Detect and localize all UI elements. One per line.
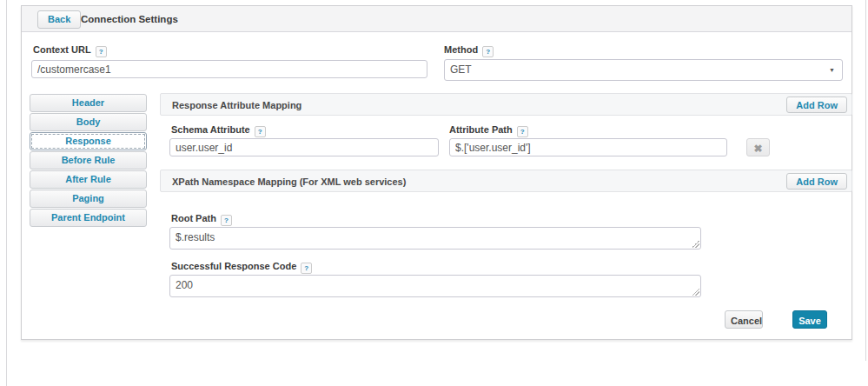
attribute-path-label: Attribute Path? <box>449 124 528 137</box>
root-path-textarea[interactable]: $.results <box>169 227 701 250</box>
back-button[interactable]: Back <box>37 10 81 29</box>
help-icon[interactable]: ? <box>301 263 312 274</box>
attribute-path-input[interactable] <box>449 138 727 156</box>
page-right-border <box>865 0 866 361</box>
method-select[interactable]: GET ▼ <box>444 59 843 81</box>
page-left-border <box>6 0 7 386</box>
root-path-field-wrap: $.results <box>169 227 701 250</box>
cancel-button[interactable]: Cancel <box>725 310 763 329</box>
response-attribute-mapping-header: Response Attribute Mapping Add Row <box>160 93 852 116</box>
save-button[interactable]: Save <box>792 310 827 329</box>
help-icon[interactable]: ? <box>96 46 107 57</box>
help-icon[interactable]: ? <box>255 126 266 137</box>
context-url-label: Context URL? <box>33 44 107 57</box>
sidebar-item-header[interactable]: Header <box>30 94 147 112</box>
sidebar-item-body[interactable]: Body <box>30 113 147 131</box>
xpath-namespace-mapping-header: XPath Namespace Mapping (For XML web ser… <box>160 170 852 192</box>
top-bar: Back Connection Settings <box>22 6 851 32</box>
add-row-button[interactable]: Add Row <box>786 173 847 190</box>
connection-settings-page: Back Connection Settings Context URL? Me… <box>0 0 868 386</box>
sidebar-item-paging[interactable]: Paging <box>30 190 147 208</box>
add-row-button[interactable]: Add Row <box>786 96 847 113</box>
sidebar-item-after-rule[interactable]: After Rule <box>30 170 147 189</box>
successful-response-code-label: Successful Response Code? <box>171 261 312 274</box>
sidebar-item-response[interactable]: Response <box>30 132 147 150</box>
root-path-label: Root Path? <box>171 213 232 226</box>
help-icon[interactable]: ? <box>482 46 494 57</box>
successful-response-code-textarea[interactable]: 200 <box>169 275 701 297</box>
sidebar-item-before-rule[interactable]: Before Rule <box>30 151 147 170</box>
help-icon[interactable]: ? <box>517 126 528 137</box>
successful-response-code-field-wrap: 200 <box>169 275 701 297</box>
context-url-input[interactable] <box>31 60 427 78</box>
method-selected-value: GET <box>450 63 472 76</box>
help-icon[interactable]: ? <box>221 215 232 226</box>
chevron-down-icon: ▼ <box>829 60 835 80</box>
page-title: Connection Settings <box>81 6 178 32</box>
section-title: XPath Namespace Mapping (For XML web ser… <box>172 170 406 193</box>
sidebar-item-parent-endpoint[interactable]: Parent Endpoint <box>30 209 147 227</box>
section-title: Response Attribute Mapping <box>172 94 301 116</box>
method-label: Method? <box>444 44 494 57</box>
connection-settings-panel: Back Connection Settings Context URL? Me… <box>21 5 852 340</box>
close-icon: ✖ <box>753 143 762 155</box>
schema-attribute-label: Schema Attribute? <box>171 124 266 137</box>
delete-row-button[interactable]: ✖ <box>746 138 770 156</box>
schema-attribute-input[interactable] <box>169 138 439 156</box>
